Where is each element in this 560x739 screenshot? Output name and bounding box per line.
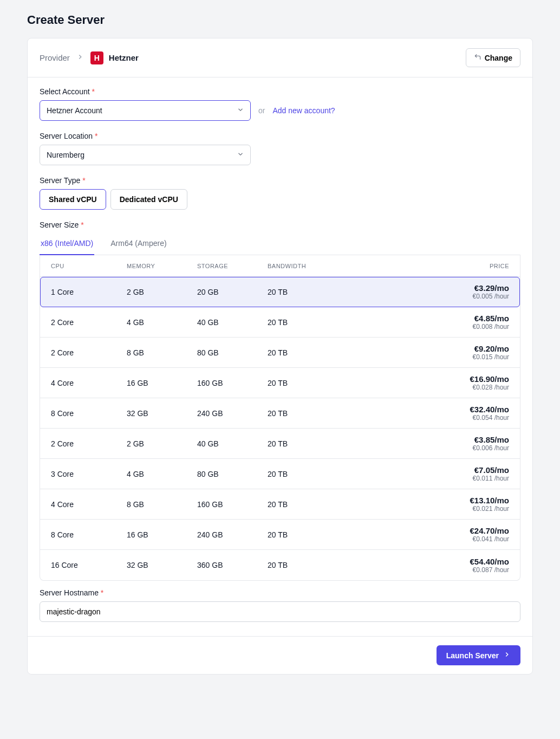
server-size-label: Server Size *	[40, 221, 520, 229]
size-row[interactable]: 2 Core2 GB40 GB20 TB€3.85/mo€0.006 /hour	[40, 429, 520, 459]
cell-memory: 32 GB	[127, 561, 197, 569]
cell-storage: 80 GB	[197, 470, 268, 478]
size-row[interactable]: 8 Core32 GB240 GB20 TB€32.40/mo€0.054 /h…	[40, 398, 520, 429]
or-text: or	[258, 106, 265, 115]
cell-bandwidth: 20 TB	[268, 439, 412, 448]
arch-tab[interactable]: x86 (Intel/AMD)	[40, 234, 94, 255]
col-price: PRICE	[412, 263, 509, 269]
size-table-header: CPU MEMORY STORAGE BANDWIDTH PRICE	[40, 255, 520, 277]
page-title: Create Server	[27, 13, 533, 27]
location-select[interactable]: Nuremberg	[40, 145, 251, 165]
cell-cpu: 2 Core	[51, 439, 127, 448]
cell-storage: 80 GB	[197, 348, 268, 357]
cell-bandwidth: 20 TB	[268, 561, 412, 569]
size-row[interactable]: 16 Core32 GB360 GB20 TB€54.40/mo€0.087 /…	[40, 550, 520, 580]
cell-price: €4.85/mo€0.008 /hour	[412, 314, 509, 330]
provider-brand: H Hetzner	[90, 51, 139, 64]
size-row[interactable]: 2 Core4 GB40 GB20 TB€4.85/mo€0.008 /hour	[40, 307, 520, 338]
cell-price: €3.29/mo€0.005 /hour	[412, 283, 509, 300]
size-row[interactable]: 8 Core16 GB240 GB20 TB€24.70/mo€0.041 /h…	[40, 520, 520, 550]
cell-cpu: 2 Core	[51, 318, 127, 327]
cell-memory: 16 GB	[127, 530, 197, 539]
col-storage: STORAGE	[197, 263, 268, 269]
hostname-input[interactable]	[40, 601, 520, 622]
change-provider-button[interactable]: Change	[466, 48, 520, 67]
cell-memory: 32 GB	[127, 409, 197, 418]
cell-bandwidth: 20 TB	[268, 318, 412, 327]
cell-cpu: 4 Core	[51, 500, 127, 509]
provider-name: Hetzner	[109, 53, 139, 62]
server-type-option[interactable]: Shared vCPU	[40, 189, 106, 210]
chevron-right-icon	[76, 53, 84, 62]
cell-storage: 160 GB	[197, 500, 268, 509]
cell-storage: 240 GB	[197, 409, 268, 418]
account-select[interactable]: Hetzner Account	[40, 100, 251, 121]
cell-cpu: 8 Core	[51, 530, 127, 539]
cell-storage: 40 GB	[197, 318, 268, 327]
size-row[interactable]: 3 Core4 GB80 GB20 TB€7.05/mo€0.011 /hour	[40, 459, 520, 489]
cell-bandwidth: 20 TB	[268, 470, 412, 478]
hetzner-icon: H	[90, 51, 103, 64]
cell-price: €7.05/mo€0.011 /hour	[412, 465, 509, 482]
cell-price: €16.90/mo€0.028 /hour	[412, 374, 509, 391]
cell-bandwidth: 20 TB	[268, 409, 412, 418]
cell-memory: 4 GB	[127, 318, 197, 327]
cell-memory: 2 GB	[127, 439, 197, 448]
size-row[interactable]: 4 Core16 GB160 GB20 TB€16.90/mo€0.028 /h…	[40, 368, 520, 398]
cell-storage: 240 GB	[197, 530, 268, 539]
size-row[interactable]: 4 Core8 GB160 GB20 TB€13.10/mo€0.021 /ho…	[40, 489, 520, 520]
cell-bandwidth: 20 TB	[268, 379, 412, 387]
cell-cpu: 4 Core	[51, 379, 127, 387]
size-row[interactable]: 2 Core8 GB80 GB20 TB€9.20/mo€0.015 /hour	[40, 338, 520, 368]
launch-button-label: Launch Server	[446, 651, 499, 660]
cell-storage: 40 GB	[197, 439, 268, 448]
cell-price: €3.85/mo€0.006 /hour	[412, 435, 509, 452]
cell-cpu: 1 Core	[51, 288, 127, 296]
col-bandwidth: BANDWIDTH	[268, 263, 412, 269]
cell-price: €32.40/mo€0.054 /hour	[412, 405, 509, 422]
account-label: Select Account *	[40, 87, 520, 96]
cell-storage: 360 GB	[197, 561, 268, 569]
create-server-card: Provider H Hetzner Change Sele	[27, 38, 533, 675]
cell-price: €54.40/mo€0.087 /hour	[412, 557, 509, 574]
cell-price: €9.20/mo€0.015 /hour	[412, 344, 509, 361]
cell-bandwidth: 20 TB	[268, 530, 412, 539]
cell-cpu: 3 Core	[51, 470, 127, 478]
cell-bandwidth: 20 TB	[268, 500, 412, 509]
server-type-label: Server Type *	[40, 176, 520, 185]
breadcrumb-provider-label: Provider	[40, 53, 70, 62]
cell-price: €13.10/mo€0.021 /hour	[412, 496, 509, 513]
cell-cpu: 16 Core	[51, 561, 127, 569]
cell-storage: 20 GB	[197, 288, 268, 296]
add-account-link[interactable]: Add new account?	[272, 106, 335, 115]
arch-tab[interactable]: Arm64 (Ampere)	[109, 234, 167, 255]
cell-memory: 16 GB	[127, 379, 197, 387]
hostname-label: Server Hostname *	[40, 588, 520, 597]
cell-price: €24.70/mo€0.041 /hour	[412, 526, 509, 543]
col-memory: MEMORY	[127, 263, 197, 269]
cell-bandwidth: 20 TB	[268, 348, 412, 357]
cell-memory: 8 GB	[127, 348, 197, 357]
cell-storage: 160 GB	[197, 379, 268, 387]
cell-bandwidth: 20 TB	[268, 288, 412, 296]
col-cpu: CPU	[51, 263, 127, 269]
launch-server-button[interactable]: Launch Server	[437, 645, 520, 665]
cell-cpu: 2 Core	[51, 348, 127, 357]
cell-memory: 8 GB	[127, 500, 197, 509]
change-button-label: Change	[485, 54, 512, 62]
breadcrumb: Provider H Hetzner	[40, 51, 139, 64]
location-label: Server Location *	[40, 132, 520, 140]
cell-memory: 4 GB	[127, 470, 197, 478]
server-type-option[interactable]: Dedicated vCPU	[110, 189, 187, 210]
size-row[interactable]: 1 Core2 GB20 GB20 TB€3.29/mo€0.005 /hour	[40, 277, 520, 307]
cell-cpu: 8 Core	[51, 409, 127, 418]
cell-memory: 2 GB	[127, 288, 197, 296]
chevron-right-icon	[503, 651, 511, 660]
undo-icon	[474, 53, 481, 62]
